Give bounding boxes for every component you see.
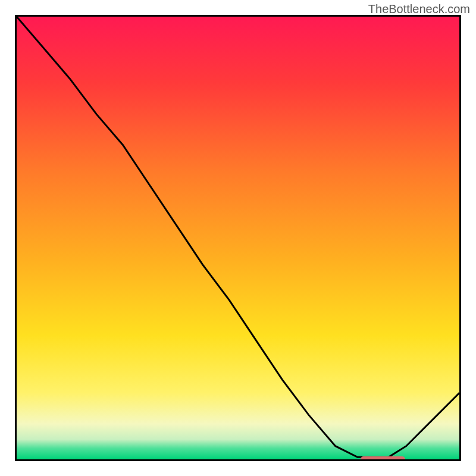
plot-area <box>15 15 461 461</box>
watermark-text: TheBottleneck.com <box>368 2 470 16</box>
curve-line <box>17 17 459 459</box>
chart-container: TheBottleneck.com <box>0 0 476 476</box>
highlight-marker <box>361 456 405 461</box>
